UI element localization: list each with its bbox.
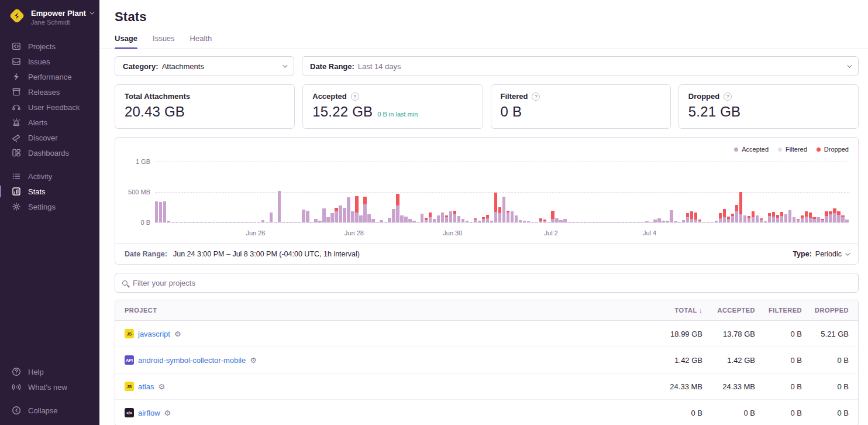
column-header-dropped[interactable]: Dropped <box>802 307 849 314</box>
project-link[interactable]: atlas <box>138 382 154 391</box>
bar-segment-accepted <box>322 208 325 222</box>
category-label: Category: <box>123 62 159 71</box>
sidebar-item-projects[interactable]: Projects <box>0 39 99 54</box>
bar-segment-accepted <box>502 197 505 222</box>
chart-bar <box>678 222 681 222</box>
tab-health[interactable]: Health <box>190 34 212 49</box>
tab-usage[interactable]: Usage <box>115 34 137 49</box>
chart-bar <box>584 222 587 222</box>
sidebar-item-issues[interactable]: Issues <box>0 54 99 69</box>
bar-segment-accepted <box>666 221 669 222</box>
chart-legend: AcceptedFilteredDropped <box>125 143 849 154</box>
bar-segment-accepted <box>396 205 399 222</box>
sidebar-nav-primary: ProjectsIssuesPerformanceReleasesUser Fe… <box>0 39 99 160</box>
chart-bar <box>445 215 448 222</box>
project-link[interactable]: android-symbol-collector-mobile <box>138 356 246 365</box>
project-settings-gear-icon[interactable]: ⚙ <box>158 383 165 390</box>
dropped-cell: 0 B <box>802 409 849 417</box>
dropped-cell: 5.21 GB <box>802 330 849 338</box>
bar-segment-dropped <box>833 208 836 213</box>
bar-segment-accepted <box>715 221 718 222</box>
chart-bar <box>600 222 603 222</box>
column-header-filtered[interactable]: Filtered <box>755 307 802 314</box>
chart-bar <box>241 222 244 222</box>
chart-type-dropdown[interactable]: Type: Periodic <box>793 250 849 258</box>
project-settings-gear-icon[interactable]: ⚙ <box>174 330 181 338</box>
chart-bar <box>592 222 595 222</box>
bar-segment-accepted <box>784 214 787 222</box>
chart-bar <box>408 219 411 222</box>
chart-bar <box>711 222 714 222</box>
legend-item-filtered[interactable]: Filtered <box>778 146 807 153</box>
chart-bar <box>731 214 734 222</box>
chart-bar <box>253 222 256 222</box>
bar-segment-accepted <box>743 215 746 222</box>
bar-segment-accepted <box>184 222 187 222</box>
sidebar-item-user-feedback[interactable]: User Feedback <box>0 100 99 115</box>
chart-bar <box>555 218 558 222</box>
chart-bar <box>461 219 464 222</box>
sidebar-item-settings[interactable]: Settings <box>0 199 99 214</box>
column-header-total[interactable]: Total ↓ <box>638 307 702 314</box>
bar-segment-accepted <box>257 222 260 222</box>
tab-bar: UsageIssuesHealth <box>99 34 868 49</box>
sidebar-item-performance[interactable]: Performance <box>0 69 99 84</box>
bar-segment-accepted <box>764 221 767 222</box>
chart-bar <box>298 222 301 222</box>
sidebar-item-collapse[interactable]: Collapse <box>0 403 99 418</box>
bar-segment-accepted <box>543 221 546 222</box>
bar-segment-accepted <box>494 212 497 222</box>
chart-bar <box>768 213 771 222</box>
project-link[interactable]: airflow <box>138 409 160 417</box>
chart-bar <box>208 222 211 222</box>
chart-bar <box>531 222 534 222</box>
sidebar-nav-footer: HelpWhat's new <box>0 364 99 395</box>
bar-segment-accepted <box>445 217 448 222</box>
project-link[interactable]: javascript <box>138 330 170 338</box>
sidebar-item-activity[interactable]: Activity <box>0 169 99 184</box>
issues-icon <box>12 57 21 66</box>
sidebar-item-stats[interactable]: Stats <box>0 184 99 199</box>
legend-item-dropped[interactable]: Dropped <box>817 146 849 153</box>
chart-bar <box>752 211 755 222</box>
project-settings-gear-icon[interactable]: ⚙ <box>164 409 171 417</box>
bar-segment-accepted <box>711 222 714 222</box>
chart-bar <box>380 220 383 222</box>
bar-segment-accepted <box>841 217 844 222</box>
bar-segment-accepted <box>457 216 460 222</box>
bar-segment-accepted <box>490 221 493 222</box>
chart-bar <box>829 211 832 222</box>
project-settings-gear-icon[interactable]: ⚙ <box>250 357 257 364</box>
sidebar-item-help[interactable]: Help <box>0 364 99 379</box>
org-switcher[interactable]: Empower Plant Jane Schmidt <box>0 0 99 27</box>
chart-bar <box>180 222 182 222</box>
stat-card-label: Accepted <box>312 92 347 101</box>
filtered-cell: 0 B <box>755 330 802 338</box>
search-input[interactable] <box>133 279 851 287</box>
bar-segment-accepted <box>756 215 759 222</box>
tab-issues[interactable]: Issues <box>153 34 175 49</box>
chart-bar <box>719 213 722 222</box>
bar-segment-accepted <box>359 215 362 222</box>
help-icon[interactable]: ? <box>532 92 540 101</box>
daterange-dropdown[interactable]: Date Range: Last 14 days <box>302 56 859 76</box>
stat-card-label: Filtered <box>501 92 528 101</box>
sidebar-item-discover[interactable]: Discover <box>0 130 99 145</box>
category-dropdown[interactable]: Category: Attachments <box>115 56 294 76</box>
projects-table: Project Total ↓ Accepted Filtered Droppe… <box>115 300 859 425</box>
bar-segment-accepted <box>437 215 440 222</box>
sidebar-item-alerts[interactable]: Alerts <box>0 115 99 130</box>
bar-segment-dropped <box>735 205 738 211</box>
help-icon[interactable]: ? <box>351 92 359 101</box>
accepted-cell: 24.33 MB <box>702 382 755 391</box>
column-header-accepted[interactable]: Accepted <box>702 307 755 314</box>
chart-bar <box>257 222 260 222</box>
sidebar-item-what-s-new[interactable]: What's new <box>0 379 99 395</box>
bar-segment-accepted <box>347 197 350 222</box>
chart-bar <box>793 217 795 222</box>
sidebar-item-dashboards[interactable]: Dashboards <box>0 145 99 160</box>
legend-item-accepted[interactable]: Accepted <box>734 146 769 153</box>
help-icon[interactable]: ? <box>724 92 732 101</box>
bar-segment-accepted <box>780 216 783 222</box>
sidebar-item-releases[interactable]: Releases <box>0 84 99 100</box>
